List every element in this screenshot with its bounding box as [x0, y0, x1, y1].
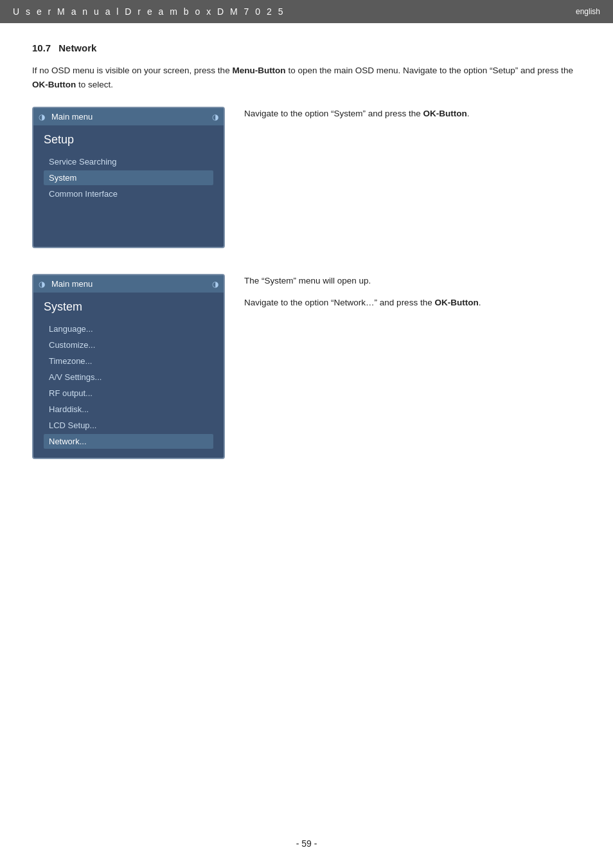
page-number: - 59 - [296, 838, 317, 849]
block2-item-harddisk[interactable]: Harddisk... [44, 402, 213, 417]
block2-item-language[interactable]: Language... [44, 321, 213, 336]
block1-layout: Main menu Setup Service Searching System… [32, 107, 581, 248]
block2-category: System [44, 300, 213, 314]
block2-menu-body: System Language... Customize... Timezone… [33, 293, 224, 458]
section-heading: 10.7 Network [32, 42, 581, 53]
intro-text-before: If no OSD menu is visible on your screen… [32, 66, 232, 75]
block2-item-customize[interactable]: Customize... [44, 338, 213, 352]
block1-desc-bold: OK-Button [423, 109, 466, 118]
intro-text-after: to select. [76, 80, 113, 89]
block1-category: Setup [44, 133, 213, 147]
block1-item-service-searching[interactable]: Service Searching [44, 154, 213, 169]
header-language: english [576, 7, 600, 16]
block2-item-av-settings[interactable]: A/V Settings... [44, 370, 213, 384]
intro-menu-button: Menu-Button [232, 66, 285, 75]
block2-item-network[interactable]: Network... [44, 434, 213, 449]
page-content: 10.7 Network If no OSD menu is visible o… [0, 23, 613, 504]
page-header: U s e r M a n u a l D r e a m b o x D M … [0, 0, 613, 23]
intro-ok-button: OK-Button [32, 80, 76, 89]
page-footer: - 59 - [0, 838, 613, 849]
block1-desc-after: . [467, 109, 470, 118]
block2-item-lcd-setup[interactable]: LCD Setup... [44, 418, 213, 433]
block1-menu-header-label: Main menu [51, 112, 93, 122]
block1-menu-body: Setup Service Searching System Common In… [33, 125, 224, 210]
block1-menu-box: Main menu Setup Service Searching System… [32, 107, 225, 248]
block2-desc-line2-after: . [479, 298, 481, 307]
block2-desc-line1: The “System” menu will open up. [244, 274, 581, 288]
block2-item-timezone[interactable]: Timezone... [44, 354, 213, 368]
block2-menu-header-label: Main menu [51, 279, 93, 289]
block1-item-common-interface[interactable]: Common Interface [44, 186, 213, 201]
block2-menu-header: Main menu [33, 275, 224, 293]
header-title: U s e r M a n u a l D r e a m b o x D M … [13, 6, 285, 17]
block2-menu-box: Main menu System Language... Customize..… [32, 274, 225, 459]
block1-desc: Navigate to the option “System” and pres… [244, 107, 581, 121]
block2-desc: The “System” menu will open up. Navigate… [244, 274, 581, 309]
block1-desc-text: Navigate to the option “System” and pres… [244, 109, 423, 118]
section-title: Network [58, 42, 96, 53]
block1-item-system[interactable]: System [44, 170, 213, 185]
intro-paragraph: If no OSD menu is visible on your screen… [32, 64, 581, 91]
block2-layout: Main menu System Language... Customize..… [32, 274, 581, 459]
block2-desc-ok-button: OK-Button [434, 298, 478, 307]
section-number: 10.7 [32, 42, 51, 53]
block2-desc-line2: Navigate to the option “Network…” and pr… [244, 296, 581, 310]
block1-menu-header: Main menu [33, 108, 224, 125]
block2-desc-line2-before: Navigate to the option “Network…” and pr… [244, 298, 434, 307]
block2-item-rf-output[interactable]: RF output... [44, 386, 213, 401]
intro-text-middle: to open the main OSD menu. Navigate to t… [286, 66, 573, 75]
